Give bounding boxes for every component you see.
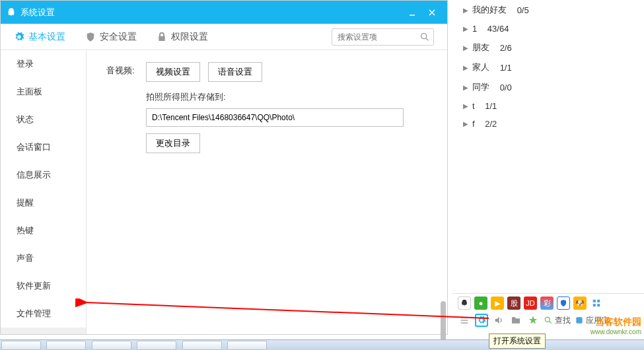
content-panel: 音视频: 视频设置 语音设置 拍照所得照片存储到: 更改目录	[87, 50, 447, 334]
group-count: 0/5	[517, 5, 529, 15]
contact-group[interactable]: ▶f 2/2	[452, 115, 644, 133]
settings-gear-icon[interactable]	[475, 314, 488, 327]
contact-group[interactable]: ▶朋友 2/6	[452, 38, 644, 57]
group-name: t	[472, 101, 475, 111]
contact-group[interactable]: ▶家人 1/1	[452, 57, 644, 77]
close-button[interactable]	[422, 3, 442, 22]
sidebar-item-update[interactable]: 软件更新	[1, 272, 86, 300]
scrollbar-thumb[interactable]	[441, 301, 446, 341]
contact-group[interactable]: ▶我的好友 0/5	[452, 0, 644, 20]
tab-basic[interactable]: 基本设置	[14, 31, 65, 43]
svg-point-14	[545, 317, 550, 322]
change-dir-button[interactable]: 更改目录	[146, 133, 200, 153]
svg-line-4	[426, 38, 428, 40]
watermark-name: 当客软件园	[590, 316, 641, 328]
search-icon	[419, 32, 430, 42]
sidebar-item-status[interactable]: 状态	[1, 106, 86, 133]
lottery-icon[interactable]: 彩	[540, 297, 554, 310]
contact-group[interactable]: ▶1 43/64	[452, 20, 644, 38]
tab-permission-label: 权限设置	[171, 31, 208, 43]
sidebar-item-sound[interactable]: 声音	[1, 244, 86, 272]
svg-rect-9	[593, 304, 596, 306]
group-count: 0/0	[500, 83, 512, 92]
taskbar-item[interactable]	[137, 341, 176, 350]
voice-settings-button[interactable]: 语音设置	[208, 62, 262, 82]
contact-group[interactable]: ▶同学 0/0	[452, 77, 644, 97]
titlebar: 系统设置	[1, 1, 447, 24]
photo-save-label: 拍照所得照片存储到:	[146, 91, 427, 103]
search-icon	[544, 316, 553, 325]
tab-basic-label: 基本设置	[28, 31, 65, 43]
watermark: 当客软件园 www.downkr.com	[590, 316, 641, 335]
group-count: 2/6	[500, 43, 512, 53]
group-count: 43/64	[487, 24, 509, 34]
video-icon[interactable]: ▶	[491, 297, 504, 310]
menu-icon[interactable]	[458, 314, 471, 327]
group-name: 同学	[472, 81, 489, 93]
sidebar-item-mainpanel[interactable]: 主面板	[1, 78, 86, 106]
svg-rect-7	[593, 300, 596, 302]
search-wrap	[332, 28, 434, 46]
sidebar-item-filemgr[interactable]: 文件管理	[1, 300, 86, 328]
group-name: 家人	[472, 61, 489, 73]
star-icon[interactable]	[526, 314, 540, 327]
search-input[interactable]	[332, 28, 434, 46]
stock-icon[interactable]: 股	[507, 297, 520, 310]
video-settings-button[interactable]: 视频设置	[146, 62, 200, 82]
tray-row-apps: ● ▶ 股 JD 彩 🐶	[452, 294, 644, 312]
sidebar-item-av[interactable]: 音视频	[1, 328, 86, 334]
sidebar-item-hotkey[interactable]: 热键	[1, 217, 86, 244]
group-count: 1/1	[500, 63, 512, 73]
svg-line-15	[550, 322, 552, 324]
photo-path-input[interactable]	[146, 108, 404, 127]
taskbar-item[interactable]	[92, 341, 131, 350]
svg-rect-8	[597, 300, 600, 302]
shield-icon	[85, 32, 96, 42]
lock-icon	[157, 32, 167, 42]
taskbar-item[interactable]	[182, 341, 222, 350]
qq-penguin-icon	[6, 7, 17, 18]
jd-icon[interactable]: JD	[524, 297, 537, 310]
group-name: 朋友	[472, 42, 489, 53]
settings-window: 系统设置 基本设置 安全设置 权限设置 登录 主面板 状态 会话窗口 信息展示 …	[0, 0, 448, 335]
sidebar-item-info[interactable]: 信息展示	[1, 161, 86, 189]
window-title: 系统设置	[20, 7, 402, 18]
svg-rect-10	[597, 304, 600, 306]
pet-icon[interactable]: 🐶	[573, 297, 587, 310]
wechat-icon[interactable]: ●	[474, 297, 487, 310]
chevron-right-icon: ▶	[463, 25, 468, 32]
chevron-right-icon: ▶	[463, 7, 468, 14]
taskbar-item[interactable]	[46, 341, 86, 350]
group-name: 1	[472, 24, 477, 34]
group-name: 我的好友	[472, 4, 507, 16]
sidebar: 登录 主面板 状态 会话窗口 信息展示 提醒 热键 声音 软件更新 文件管理 音…	[1, 50, 87, 334]
sidebar-item-remind[interactable]: 提醒	[1, 189, 86, 217]
tab-security[interactable]: 安全设置	[85, 31, 137, 43]
os-taskbar	[0, 339, 644, 350]
sidebar-item-login[interactable]: 登录	[1, 50, 86, 78]
group-count: 1/1	[485, 101, 497, 111]
apps-grid-icon[interactable]	[590, 297, 603, 310]
taskbar-item[interactable]	[1, 341, 41, 350]
security-icon[interactable]	[557, 297, 570, 310]
appstore-icon	[575, 316, 584, 325]
group-name: f	[472, 119, 475, 129]
contact-group[interactable]: ▶t 1/1	[452, 97, 644, 115]
chevron-right-icon: ▶	[463, 102, 468, 110]
sound-icon[interactable]	[492, 314, 505, 327]
watermark-url: www.downkr.com	[590, 328, 641, 335]
taskbar-item[interactable]	[227, 341, 267, 350]
minimize-button[interactable]	[402, 3, 422, 22]
search-button[interactable]: 查找	[544, 315, 571, 326]
chevron-right-icon: ▶	[463, 44, 468, 52]
sidebar-item-session[interactable]: 会话窗口	[1, 133, 86, 161]
av-section-label: 音视频:	[106, 62, 146, 77]
chevron-right-icon: ▶	[463, 64, 468, 71]
settings-body: 登录 主面板 状态 会话窗口 信息展示 提醒 热键 声音 软件更新 文件管理 音…	[1, 50, 447, 334]
tab-permission[interactable]: 权限设置	[157, 31, 208, 43]
folder-icon[interactable]	[509, 314, 522, 327]
chevron-right-icon: ▶	[463, 120, 468, 127]
group-count: 2/2	[485, 119, 497, 129]
tooltip: 打开系统设置	[489, 333, 546, 349]
qq-icon[interactable]	[458, 297, 471, 310]
